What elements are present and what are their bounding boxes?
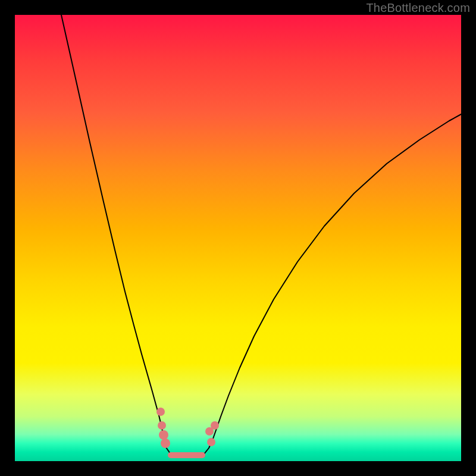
watermark-text: TheBottleneck.com — [366, 1, 470, 15]
right-curve — [187, 114, 461, 458]
plot-area — [15, 15, 461, 461]
marker-dot — [159, 430, 168, 440]
left-curve — [61, 15, 187, 458]
marker-dot — [161, 439, 170, 448]
marker-dot — [211, 421, 219, 430]
marker-dots — [156, 408, 219, 448]
marker-dot — [207, 438, 215, 446]
marker-dot — [158, 421, 166, 430]
chart-frame: TheBottleneck.com — [0, 0, 476, 476]
curves-svg — [15, 15, 461, 461]
marker-dot — [156, 408, 165, 416]
